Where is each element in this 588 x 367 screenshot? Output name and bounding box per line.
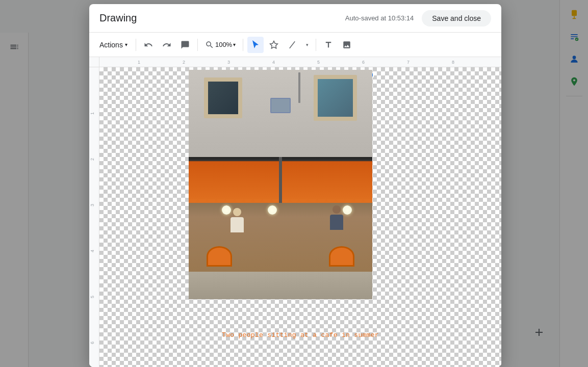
zoom-value: 100%: [215, 41, 232, 48]
ruler-vmark-5: 5: [90, 296, 95, 298]
ruler-mark-4: 4: [272, 60, 275, 65]
ruler-left: 1 2 3 4 5 6: [89, 67, 99, 367]
ruler-vmark-3: 3: [90, 204, 95, 206]
toolbar-divider-4: [316, 39, 316, 51]
redo-button[interactable]: [159, 37, 175, 53]
autosave-status: Auto-saved at 10:53:14: [345, 14, 414, 22]
ruler-vmark-2: 2: [90, 158, 95, 161]
actions-dropdown-icon: ▾: [125, 42, 127, 47]
zoom-dropdown-icon: ▾: [233, 42, 236, 47]
ruler-mark-6: 6: [362, 60, 365, 65]
select-tool-button[interactable]: [247, 37, 264, 53]
drawing-dialog: Drawing Auto-saved at 10:53:14 Save and …: [89, 4, 501, 367]
drawing-canvas-area[interactable]: 1 2 3 4 5 6 7 8 1 2 3 4 5 6: [89, 57, 501, 367]
save-and-close-button[interactable]: Save and close: [422, 10, 491, 27]
caption-text: Two people sitting at a cafe in summer: [222, 331, 379, 339]
shapes-tool-button[interactable]: [266, 37, 282, 53]
toolbar-divider-1: [136, 39, 136, 51]
text-tool-button[interactable]: [320, 37, 337, 53]
ruler-corner: [89, 57, 99, 67]
ruler-mark-2: 2: [183, 60, 185, 65]
line-tool-button[interactable]: [284, 37, 300, 53]
ruler-vmark-1: 1: [90, 112, 95, 115]
canvas-white: Two people sitting at a cafe in summer: [99, 67, 501, 367]
canvas-caption: Two people sitting at a cafe in summer: [99, 331, 501, 339]
toolbar-divider-2: [197, 39, 198, 51]
image-tool-button[interactable]: [339, 37, 355, 53]
ruler-mark-8: 8: [452, 60, 454, 65]
ruler-vmark-4: 4: [90, 250, 95, 252]
ruler-mark-5: 5: [317, 60, 320, 65]
toolbar-divider-3: [243, 39, 243, 51]
canvas-image[interactable]: [189, 70, 372, 299]
drawing-toolbar: Actions ▾ 100% ▾: [89, 33, 501, 57]
actions-label: Actions: [99, 41, 123, 49]
actions-button[interactable]: Actions ▾: [95, 37, 132, 53]
drawing-header: Drawing Auto-saved at 10:53:14 Save and …: [89, 4, 501, 33]
drawing-header-right: Auto-saved at 10:53:14 Save and close: [345, 10, 491, 27]
canvas-content: Two people sitting at a cafe in summer: [99, 67, 501, 367]
ruler-mark-3: 3: [227, 60, 230, 65]
line-tool-dropdown[interactable]: ▾: [302, 37, 312, 53]
drawing-title: Drawing: [99, 12, 137, 24]
ruler-container: 1 2 3 4 5 6 7 8 1 2 3 4 5 6: [89, 57, 501, 367]
ruler-vmark-6: 6: [90, 342, 95, 344]
undo-button[interactable]: [140, 37, 157, 53]
zoom-control[interactable]: 100% ▾: [202, 38, 239, 51]
ruler-top: 1 2 3 4 5 6 7 8: [99, 57, 501, 67]
ruler-mark-7: 7: [407, 60, 410, 65]
cafe-photo: [189, 70, 372, 299]
comment-button[interactable]: [177, 37, 193, 53]
ruler-mark-1: 1: [138, 60, 140, 65]
